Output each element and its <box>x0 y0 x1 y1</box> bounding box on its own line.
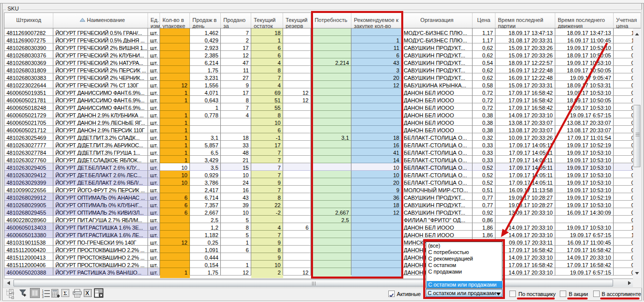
svg-text:Σ: Σ <box>63 290 67 296</box>
svg-text:X: X <box>85 290 89 296</box>
svg-text:3: 3 <box>42 295 44 299</box>
